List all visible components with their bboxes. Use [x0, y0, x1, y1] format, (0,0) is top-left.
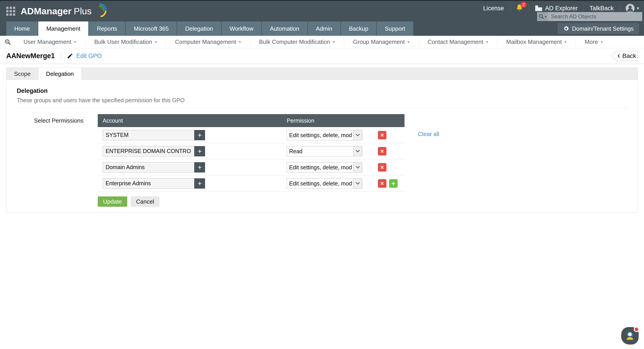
subnav-menu-label: Group Management	[353, 39, 405, 46]
account-picker-button[interactable]: +	[194, 178, 205, 189]
remove-row-button[interactable]: ×	[378, 131, 386, 139]
permission-select-value: Edit settings, delete, mod	[287, 162, 353, 172]
settings-button-label: Domain/Tenant Settings	[572, 25, 634, 32]
add-row-button[interactable]: +	[389, 179, 398, 188]
clear-all-link[interactable]: Clear all	[418, 131, 439, 138]
brand-name-light: Plus	[74, 6, 92, 17]
nav-tab[interactable]: Home	[6, 22, 38, 36]
cancel-button[interactable]: Cancel	[131, 196, 160, 207]
nav-tab[interactable]: Management	[38, 22, 88, 36]
tab-delegation[interactable]: Delegation	[38, 68, 82, 80]
permission-select-value: Edit settings, delete, mod	[287, 130, 353, 140]
nav-tab-label: Support	[385, 25, 405, 32]
talkback-link[interactable]: TalkBack	[590, 5, 614, 12]
chevron-down-icon	[353, 130, 362, 140]
subnav-menu-label: Contact Management	[428, 39, 484, 46]
app-root: ADManager Plus License 2	[0, 0, 644, 349]
subnav-menu[interactable]: User Management ▾	[14, 38, 85, 46]
back-button-label: Back	[622, 52, 636, 60]
notifications-button[interactable]: 2	[516, 4, 523, 13]
license-link[interactable]: License	[483, 5, 504, 12]
divider	[60, 52, 61, 60]
account-input[interactable]	[103, 178, 194, 189]
ad-explorer-link[interactable]: AD Explorer	[535, 5, 578, 12]
chevron-down-icon	[353, 162, 362, 172]
chevron-down-icon: ▾	[408, 39, 410, 45]
subnav-menu[interactable]: Group Management ▾	[344, 38, 418, 46]
back-button[interactable]: ‹ Back	[611, 51, 638, 61]
subnav-menu[interactable]: More ▾	[576, 38, 612, 46]
tab-scope[interactable]: Scope	[6, 68, 38, 80]
ad-search: ▾	[537, 12, 642, 21]
chevron-down-icon: ▾	[239, 39, 241, 45]
account-input[interactable]	[103, 146, 194, 156]
notification-badge: 2	[520, 2, 526, 8]
divider	[529, 5, 529, 12]
subnav-menu[interactable]: Mailbox Management ▾	[497, 38, 576, 46]
delegation-panel: Delegation These groups and users have t…	[6, 80, 638, 213]
advanced-search-icon[interactable]	[4, 39, 11, 46]
permissions-area: Select Permissions Account Permission + …	[17, 114, 627, 207]
nav-tab[interactable]: Support	[377, 22, 413, 36]
ad-explorer-label: AD Explorer	[545, 5, 578, 12]
sub-nav: User Management ▾ Bulk User Modification…	[0, 36, 644, 48]
support-chat-button[interactable]	[621, 327, 639, 344]
permission-row: + Edit settings, delete, mod × +	[98, 127, 404, 143]
user-menu[interactable]: ▾	[626, 4, 639, 13]
subnav-menu[interactable]: Bulk Computer Modification ▾	[250, 38, 344, 46]
subnav-menu-label: More	[585, 39, 598, 46]
permission-select[interactable]: Edit settings, delete, mod	[287, 130, 362, 140]
main-nav: Home Management Reports Microsoft 365 De…	[0, 22, 644, 36]
column-header-account: Account	[98, 117, 287, 124]
app-launcher-icon[interactable]	[6, 7, 15, 16]
support-agent-icon	[625, 331, 635, 341]
permission-select[interactable]: Read	[287, 146, 362, 156]
avatar-icon	[626, 4, 635, 13]
subnav-menu[interactable]: Bulk User Modification ▾	[85, 38, 166, 46]
nav-tab[interactable]: Automation	[262, 22, 308, 36]
search-icon[interactable]: ▾	[537, 12, 548, 21]
nav-tab[interactable]: Reports	[89, 22, 125, 36]
remove-row-button[interactable]: ×	[378, 163, 386, 172]
chat-notification-dot	[634, 327, 639, 332]
nav-tab[interactable]: Admin	[308, 22, 340, 36]
domain-tenant-settings-button[interactable]: Domain/Tenant Settings	[558, 23, 639, 34]
nav-tab-label: Backup	[349, 25, 368, 32]
chevron-down-icon: ▾	[545, 15, 546, 18]
nav-tab-label: Automation	[270, 25, 300, 32]
brand-name-bold: ADManager	[20, 6, 72, 17]
update-button[interactable]: Update	[98, 196, 127, 207]
permission-select[interactable]: Edit settings, delete, mod	[287, 178, 362, 189]
account-picker-button[interactable]: +	[194, 146, 205, 156]
account-picker-button[interactable]: +	[194, 130, 205, 140]
subnav-menu[interactable]: Contact Management ▾	[418, 38, 497, 46]
nav-tab-label: Reports	[97, 25, 117, 32]
nav-tab[interactable]: Workflow	[222, 22, 262, 36]
panel-tabs: Scope Delegation	[6, 68, 638, 80]
subnav-menu-label: Bulk User Modification	[94, 39, 152, 46]
search-input[interactable]	[548, 12, 642, 21]
account-input[interactable]	[103, 162, 194, 172]
column-header-permission: Permission	[287, 117, 314, 124]
pencil-icon	[67, 53, 73, 59]
edit-gpo[interactable]: Edit GPO	[67, 53, 102, 60]
remove-row-button[interactable]: ×	[378, 147, 386, 155]
nav-tab[interactable]: Backup	[341, 22, 376, 36]
topbar-links: License 2 AD Explorer TalkBack	[483, 4, 639, 13]
account-picker-button[interactable]: +	[194, 162, 205, 172]
nav-tab[interactable]: Microsoft 365	[126, 22, 177, 36]
account-input[interactable]	[103, 130, 194, 140]
page-header: AANewMerge1 Edit GPO ‹ Back	[0, 48, 644, 64]
chevron-down-icon	[353, 146, 362, 156]
permission-select-value: Edit settings, delete, mod	[287, 179, 353, 188]
nav-tab[interactable]: Delegation	[177, 22, 221, 36]
edit-gpo-link[interactable]: Edit GPO	[76, 53, 102, 60]
permission-select[interactable]: Edit settings, delete, mod	[287, 162, 362, 172]
remove-row-button[interactable]: ×	[378, 179, 386, 188]
chevron-down-icon: ▾	[600, 39, 603, 45]
magnifier-icon	[538, 14, 544, 20]
section-heading: Delegation	[17, 88, 627, 94]
subnav-menu-label: User Management	[24, 39, 71, 46]
permission-row: + Edit settings, delete, mod × +	[98, 175, 404, 191]
subnav-menu[interactable]: Computer Management ▾	[166, 38, 250, 46]
